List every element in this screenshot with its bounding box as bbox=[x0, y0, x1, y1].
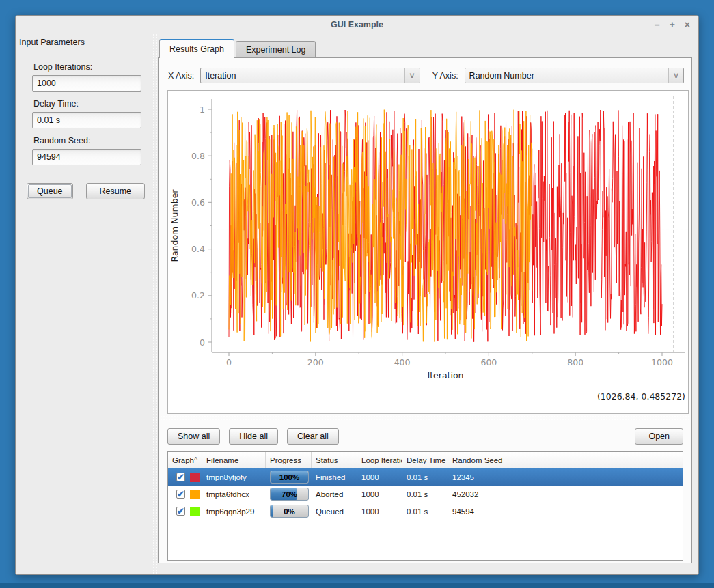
delay-time-cell: 0.01 s bbox=[402, 468, 448, 486]
loop-iterations-label: Loop Iterations: bbox=[33, 62, 152, 72]
table-row[interactable]: ✔tmp6qqn3p290%Queued10000.01 s94594 bbox=[168, 503, 683, 520]
desktop-background: GUI Example – + × Input Parameters Loop … bbox=[0, 0, 714, 588]
random-seed-input[interactable] bbox=[32, 149, 141, 165]
progress-bar-label: 100% bbox=[271, 471, 308, 483]
loop-iterations-cell: 1000 bbox=[357, 503, 402, 520]
delay-time-cell: 0.01 s bbox=[402, 503, 448, 520]
series-color-swatch bbox=[190, 507, 200, 516]
loop-iterations-input[interactable] bbox=[32, 75, 141, 92]
svg-text:200: 200 bbox=[307, 357, 324, 367]
chevron-down-icon: ˅ bbox=[404, 68, 420, 83]
graph-cell: ✔ bbox=[168, 486, 202, 503]
clear-all-button[interactable]: Clear all bbox=[287, 428, 339, 445]
y-axis-select[interactable]: Random Number ˅ bbox=[465, 68, 684, 83]
svg-text:0.8: 0.8 bbox=[191, 151, 205, 161]
plot-canvas[interactable]: 00.20.40.60.8102004006008001000Random Nu… bbox=[168, 91, 690, 413]
panel-title: Input Parameters bbox=[19, 38, 152, 47]
column-header-random-seed[interactable]: Random Seed bbox=[448, 452, 683, 468]
crosshair-coordinates-readout: (1026.84, 0.485272) bbox=[597, 391, 685, 402]
close-icon[interactable]: × bbox=[685, 20, 690, 29]
column-header-filename[interactable]: Filename bbox=[202, 452, 266, 468]
loop-iterations-cell: 1000 bbox=[357, 468, 402, 486]
tab-experiment-log[interactable]: Experiment Log bbox=[236, 41, 316, 57]
progress-cell: 70% bbox=[266, 486, 312, 503]
series-color-swatch bbox=[190, 490, 200, 499]
chevron-down-icon: ˅ bbox=[668, 68, 683, 83]
svg-text:0.2: 0.2 bbox=[191, 290, 205, 300]
progress-bar: 0% bbox=[270, 505, 309, 518]
svg-text:1000: 1000 bbox=[651, 357, 673, 367]
app-window: GUI Example – + × Input Parameters Loop … bbox=[15, 15, 699, 575]
filename-cell: tmpta6fdhcx bbox=[202, 486, 266, 503]
column-header-progress[interactable]: Progress bbox=[266, 452, 312, 468]
horizontal-splitter-handle[interactable] bbox=[160, 415, 690, 421]
table-row[interactable]: ✔tmpta6fdhcx70%Aborted10000.01 s452032 bbox=[168, 486, 683, 503]
show-all-button[interactable]: Show all bbox=[167, 428, 220, 445]
progress-bar-label: 70% bbox=[271, 488, 308, 500]
progress-bar-label: 0% bbox=[271, 505, 308, 517]
graph-visibility-checkbox[interactable]: ✔ bbox=[176, 490, 185, 499]
vertical-splitter-handle[interactable] bbox=[152, 33, 158, 574]
svg-text:1: 1 bbox=[200, 104, 205, 115]
loop-iterations-cell: 1000 bbox=[357, 486, 402, 503]
column-header-delay-time[interactable]: Delay Time bbox=[402, 452, 448, 468]
plot-ylabel: Random Number bbox=[169, 189, 180, 262]
input-parameters-panel: Input Parameters Loop Iterations: Delay … bbox=[16, 33, 152, 574]
delay-time-input[interactable] bbox=[32, 112, 141, 128]
minimize-icon[interactable]: – bbox=[655, 20, 660, 29]
sort-ascending-icon: ^ bbox=[194, 456, 199, 464]
series-color-swatch bbox=[190, 473, 200, 482]
column-header-status[interactable]: Status bbox=[312, 452, 357, 468]
y-axis-label: Y Axis: bbox=[432, 71, 458, 81]
titlebar[interactable]: GUI Example – + × bbox=[16, 16, 698, 33]
status-cell: Finished bbox=[312, 468, 357, 486]
filename-cell: tmpn8yfjofy bbox=[202, 468, 266, 486]
hide-all-button[interactable]: Hide all bbox=[229, 428, 278, 445]
delay-time-cell: 0.01 s bbox=[402, 486, 448, 503]
results-graph-pane: X Axis: Iteration ˅ Y Axis: Random Numbe… bbox=[158, 57, 692, 563]
random-seed-cell: 452032 bbox=[448, 486, 683, 503]
table-row[interactable]: ✔tmpn8yfjofy100%Finished10000.01 s12345 bbox=[168, 468, 683, 486]
resume-button[interactable]: Resume bbox=[86, 183, 146, 199]
queue-button[interactable]: Queue bbox=[27, 183, 73, 199]
svg-text:600: 600 bbox=[480, 357, 497, 367]
tab-bar: Results Graph Experiment Log bbox=[159, 38, 692, 57]
svg-text:0.4: 0.4 bbox=[191, 244, 205, 254]
progress-cell: 100% bbox=[266, 468, 312, 486]
maximize-icon[interactable]: + bbox=[670, 20, 675, 29]
window-title: GUI Example bbox=[331, 20, 383, 29]
table-header-row: Graph^FilenameProgressStatusLoop Iterati… bbox=[168, 452, 683, 468]
tab-results-graph[interactable]: Results Graph bbox=[159, 39, 234, 58]
svg-text:800: 800 bbox=[567, 357, 583, 367]
results-panel: Results Graph Experiment Log X Axis: Ite… bbox=[158, 33, 698, 574]
random-seed-cell: 12345 bbox=[448, 468, 683, 486]
plot-xlabel: Iteration bbox=[427, 370, 463, 380]
progress-cell: 0% bbox=[266, 503, 312, 520]
progress-bar: 100% bbox=[270, 471, 309, 484]
open-button[interactable]: Open bbox=[635, 428, 683, 445]
plot-area[interactable]: 00.20.40.60.8102004006008001000Random Nu… bbox=[167, 90, 689, 414]
svg-text:0: 0 bbox=[226, 357, 232, 367]
svg-text:0: 0 bbox=[200, 337, 205, 348]
graph-cell: ✔ bbox=[168, 468, 202, 486]
column-header-loop-iterations[interactable]: Loop Iterations bbox=[357, 452, 402, 468]
delay-time-label: Delay Time: bbox=[33, 99, 152, 109]
svg-text:400: 400 bbox=[394, 357, 411, 367]
graph-visibility-checkbox[interactable]: ✔ bbox=[176, 473, 185, 481]
graph-visibility-checkbox[interactable]: ✔ bbox=[176, 507, 185, 516]
filename-cell: tmp6qqn3p29 bbox=[202, 503, 266, 520]
graph-cell: ✔ bbox=[168, 503, 202, 520]
column-header-graph[interactable]: Graph^ bbox=[168, 452, 202, 468]
desktop-bottom-strip bbox=[0, 583, 714, 588]
x-axis-select[interactable]: Iteration ˅ bbox=[200, 68, 420, 83]
status-cell: Queued bbox=[312, 503, 357, 520]
random-seed-cell: 94594 bbox=[448, 503, 683, 520]
x-axis-label: X Axis: bbox=[168, 71, 194, 81]
status-cell: Aborted bbox=[312, 486, 357, 503]
svg-text:0.6: 0.6 bbox=[191, 197, 205, 208]
progress-bar: 70% bbox=[270, 488, 309, 501]
random-seed-label: Random Seed: bbox=[33, 136, 152, 145]
experiments-table[interactable]: Graph^FilenameProgressStatusLoop Iterati… bbox=[167, 451, 683, 561]
